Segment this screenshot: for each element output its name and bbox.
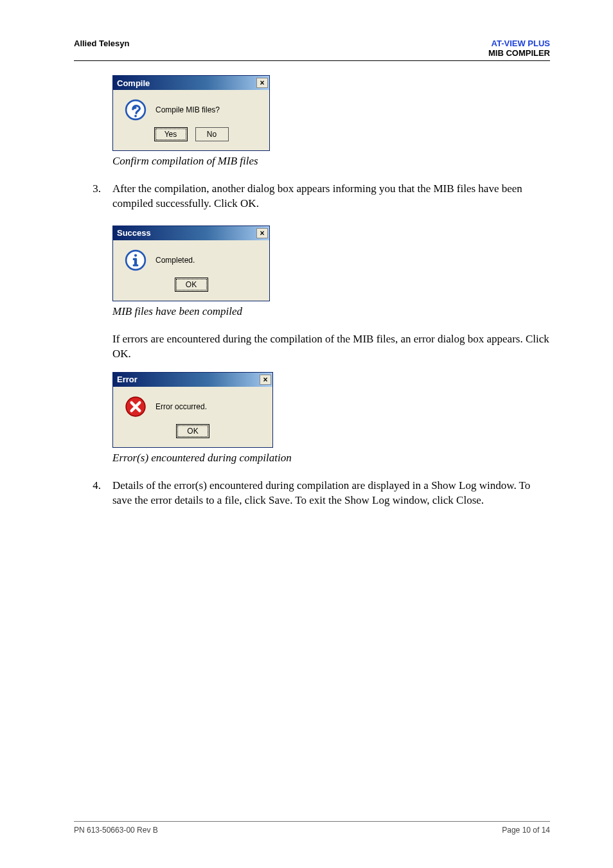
error-titlebar: Error × (113, 373, 272, 387)
error-caption: Error(s) encountered during compilation (112, 452, 550, 465)
info-icon (125, 249, 147, 271)
step-3-number: 3. (80, 182, 101, 211)
success-message: Completed. (155, 256, 195, 265)
question-icon (125, 99, 147, 121)
success-dialog-screenshot: Success × Completed. OK (112, 226, 270, 301)
success-caption: MIB files have been compiled (112, 305, 550, 318)
ok-button[interactable]: OK (175, 278, 208, 292)
error-buttons: OK (113, 424, 272, 447)
compile-message: Compile MIB files? (155, 105, 220, 114)
page-header: Allied Telesyn AT-VIEW PLUS MIB COMPILER (74, 39, 550, 58)
svg-point-3 (134, 254, 137, 256)
footer-rule (74, 821, 550, 822)
no-button[interactable]: No (195, 127, 229, 141)
compile-dialog: Compile × Compile MIB files? Yes No (112, 75, 270, 151)
error-dialog: Error × Error occurred. OK (112, 372, 273, 448)
compile-body: Compile MIB files? (113, 90, 269, 127)
compile-buttons: Yes No (113, 127, 269, 150)
close-icon[interactable]: × (256, 228, 268, 238)
footer-left: PN 613-50663-00 Rev B (74, 826, 158, 835)
page-footer: PN 613-50663-00 Rev B Page 10 of 14 (74, 821, 550, 835)
footer-right: Page 10 of 14 (502, 826, 550, 835)
error-icon (125, 396, 147, 418)
error-title: Error (117, 375, 138, 384)
header-module: MIB COMPILER (488, 48, 550, 58)
yes-button[interactable]: Yes (154, 127, 188, 141)
error-body: Error occurred. (113, 387, 272, 424)
success-titlebar: Success × (113, 226, 269, 240)
close-icon[interactable]: × (260, 375, 271, 385)
svg-point-1 (134, 115, 137, 118)
step-4: 4. Details of the error(s) encountered d… (74, 479, 550, 508)
step-4-text: Details of the error(s) encountered duri… (112, 479, 550, 508)
ok-button[interactable]: OK (176, 424, 209, 438)
step-3-text: After the compilation, another dialog bo… (112, 182, 550, 211)
step-4-number: 4. (80, 479, 101, 508)
header-product: AT-VIEW PLUS (492, 39, 550, 48)
error-message: Error occurred. (155, 402, 207, 411)
header-right: AT-VIEW PLUS MIB COMPILER (488, 39, 550, 58)
success-body: Completed. (113, 240, 269, 278)
close-icon[interactable]: × (256, 78, 268, 88)
header-rule (74, 60, 550, 61)
compile-titlebar: Compile × (113, 76, 269, 90)
step-3: 3. After the compilation, another dialog… (74, 182, 550, 211)
svg-rect-5 (133, 264, 139, 266)
compile-title: Compile (117, 78, 150, 88)
svg-rect-6 (133, 258, 136, 260)
header-left: Allied Telesyn (74, 39, 129, 58)
success-title: Success (117, 228, 151, 238)
error-dialog-screenshot: Error × Error occurred. OK (112, 372, 273, 448)
compile-caption: Confirm compilation of MIB files (112, 155, 550, 168)
error-paragraph: If errors are encountered during the com… (112, 332, 550, 362)
compile-dialog-screenshot: Compile × Compile MIB files? Yes No (112, 75, 270, 151)
success-dialog: Success × Completed. OK (112, 226, 270, 301)
success-buttons: OK (113, 278, 269, 301)
